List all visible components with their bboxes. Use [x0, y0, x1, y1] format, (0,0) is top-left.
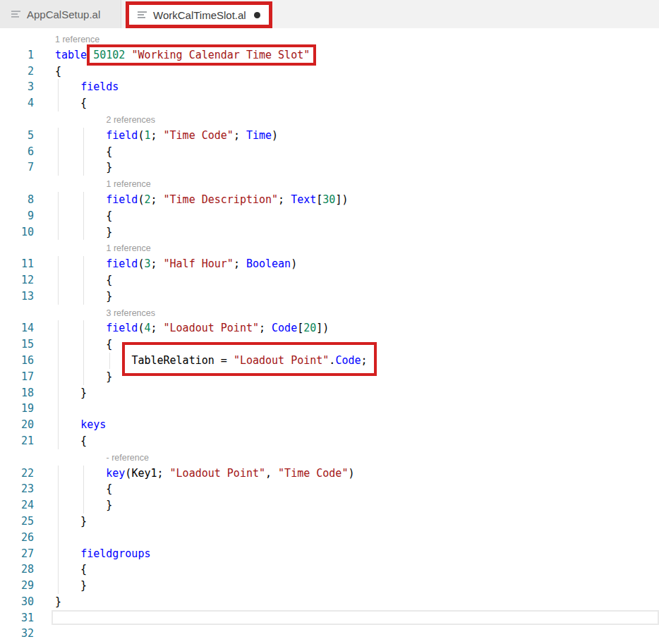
codelens-row[interactable]: 2 references — [0, 111, 659, 128]
line-number[interactable]: 5 — [0, 128, 34, 144]
codelens-row[interactable]: - reference — [0, 449, 659, 466]
indent-guide — [58, 385, 59, 401]
code-line[interactable]: 8 field(2; "Time Description"; Text[30]) — [0, 192, 659, 208]
line-number[interactable]: 20 — [0, 417, 34, 433]
line-number[interactable]: 9 — [0, 208, 34, 224]
code-line[interactable]: 27 fieldgroups — [0, 546, 659, 562]
code-line[interactable]: 1table 50102 "Working Calendar Time Slot… — [0, 47, 659, 63]
line-number[interactable]: 12 — [0, 272, 34, 288]
code-token: ) — [348, 467, 354, 480]
line-number — [0, 176, 34, 192]
line-content: 1 reference — [34, 176, 659, 192]
indent-guide — [58, 578, 59, 594]
code-editor[interactable]: 1 reference1table 50102 "Working Calenda… — [0, 28, 659, 644]
code-line[interactable]: 11 field(3; "Half Hour"; Boolean) — [0, 256, 659, 272]
tab-appcalsetup[interactable]: AppCalSetup.al — [0, 0, 121, 28]
codelens-link[interactable]: 2 references — [107, 112, 155, 128]
unsaved-dot-icon[interactable] — [254, 12, 260, 18]
line-number[interactable]: 21 — [0, 433, 34, 449]
line-content — [34, 610, 659, 626]
line-number[interactable]: 18 — [0, 385, 34, 401]
code-line[interactable]: 6 { — [0, 144, 659, 160]
annotation-box: TableRelation = "Loadout Point".Code; — [122, 342, 376, 376]
codelens-link[interactable]: 1 reference — [107, 176, 151, 193]
line-number[interactable]: 32 — [0, 626, 34, 642]
line-number[interactable]: 29 — [0, 578, 34, 594]
code-line[interactable]: 21 { — [0, 433, 659, 449]
codelens-row[interactable]: 1 reference — [0, 176, 659, 192]
code-token: [ — [316, 193, 322, 206]
line-number[interactable]: 31 — [0, 610, 34, 626]
code-token: 50102 — [93, 49, 125, 61]
line-number[interactable]: 25 — [0, 514, 34, 530]
code-line[interactable]: 28 { — [0, 561, 659, 578]
line-content: key(Key1; "Loadout Point", "Time Code") — [34, 466, 659, 482]
code-token: { — [55, 97, 87, 109]
line-number[interactable]: 24 — [0, 497, 34, 514]
code-line[interactable]: 13 } — [0, 288, 659, 305]
code-line[interactable]: 19 — [0, 401, 659, 417]
code-line[interactable]: 14 field(4; "Loadout Point"; Code[20]) — [0, 320, 659, 336]
code-line[interactable]: 7 } — [0, 159, 659, 176]
code-line[interactable]: 29 } — [0, 578, 659, 594]
line-number[interactable]: 14 — [0, 320, 34, 336]
line-number[interactable]: 13 — [0, 288, 34, 305]
line-number[interactable]: 27 — [0, 546, 34, 562]
line-number[interactable]: 23 — [0, 481, 34, 497]
code-line[interactable]: 26 — [0, 530, 659, 546]
code-line[interactable]: 32 — [0, 626, 659, 642]
code-token: fieldgroups — [80, 547, 150, 560]
code-line[interactable]: 25 } — [0, 514, 659, 530]
line-content: 3 references — [34, 305, 659, 321]
line-number[interactable]: 3 — [0, 79, 34, 95]
codelens-link[interactable]: 3 references — [107, 305, 155, 322]
code-line[interactable]: 18 } — [0, 385, 659, 401]
line-number[interactable]: 7 — [0, 159, 34, 176]
line-number[interactable]: 11 — [0, 256, 34, 272]
code-line[interactable]: 30} — [0, 594, 659, 610]
code-line[interactable]: 23 { — [0, 481, 659, 497]
line-content — [34, 401, 659, 417]
tab-bar: AppCalSetup.al WorkCalTimeSlot.al — [0, 0, 659, 28]
code-line[interactable]: 24 } — [0, 497, 659, 514]
code-token: key — [106, 467, 125, 480]
code-token — [55, 547, 80, 560]
code-line[interactable]: 16 TableRelation = "Loadout Point".Code; — [0, 353, 659, 369]
line-number[interactable]: 19 — [0, 401, 34, 417]
codelens-link[interactable]: 1 reference — [107, 241, 151, 257]
line-number[interactable]: 30 — [0, 594, 34, 610]
line-number[interactable]: 6 — [0, 144, 34, 160]
line-number[interactable]: 4 — [0, 95, 34, 111]
line-number[interactable]: 2 — [0, 63, 34, 80]
code-line[interactable]: 3 fields — [0, 79, 659, 95]
code-line[interactable]: 9 { — [0, 208, 659, 224]
code-line[interactable]: 22 key(Key1; "Loadout Point", "Time Code… — [0, 466, 659, 482]
indent-guide — [83, 466, 84, 482]
line-number[interactable]: 26 — [0, 530, 34, 546]
tab-workcaltimeslot[interactable]: WorkCalTimeSlot.al — [129, 5, 269, 25]
line-number[interactable]: 10 — [0, 224, 34, 241]
line-number[interactable]: 28 — [0, 561, 34, 578]
codelens-row[interactable]: 1 reference — [0, 240, 659, 256]
code-line[interactable]: 2{ — [0, 63, 659, 80]
codelens-link[interactable]: - reference — [107, 450, 149, 466]
code-token: fields — [80, 80, 119, 93]
line-content: { — [34, 272, 659, 288]
code-line[interactable]: 31 — [0, 610, 659, 626]
code-token: { — [55, 563, 87, 576]
indent-guide — [58, 481, 59, 497]
line-number[interactable]: 16 — [0, 353, 34, 369]
line-number[interactable]: 22 — [0, 466, 34, 482]
code-line[interactable]: 20 keys — [0, 417, 659, 433]
codelens-row[interactable]: 3 references — [0, 305, 659, 321]
code-line[interactable]: 12 { — [0, 272, 659, 288]
code-line[interactable]: 10 } — [0, 224, 659, 241]
code-line[interactable]: 5 field(1; "Time Code"; Time) — [0, 128, 659, 144]
code-line[interactable]: 4 { — [0, 95, 659, 111]
line-number[interactable]: 17 — [0, 369, 34, 385]
line-number[interactable]: 1 — [0, 47, 34, 63]
line-number[interactable]: 15 — [0, 336, 34, 353]
line-number[interactable]: 8 — [0, 192, 34, 208]
code-token: ]) — [335, 193, 348, 206]
line-content: { — [34, 63, 659, 80]
